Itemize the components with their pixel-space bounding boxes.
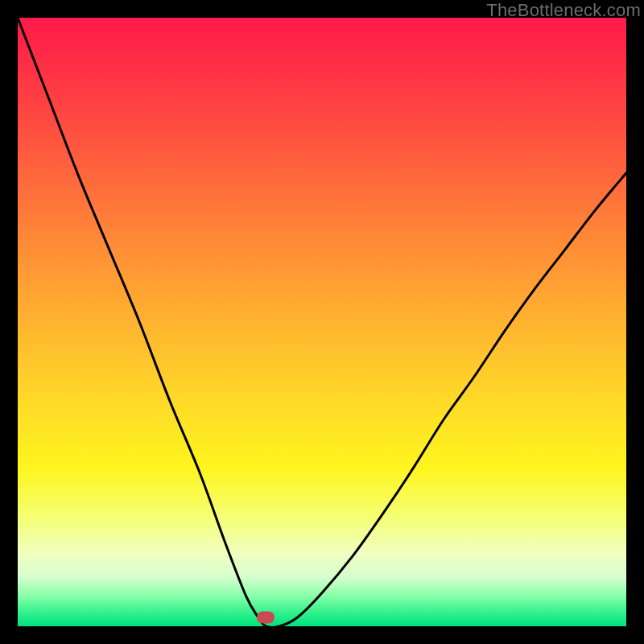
bottleneck-curve (18, 18, 626, 626)
chart-frame (18, 18, 626, 626)
optimal-point-marker (257, 611, 275, 623)
watermark-text: TheBottleneck.com (486, 0, 641, 21)
